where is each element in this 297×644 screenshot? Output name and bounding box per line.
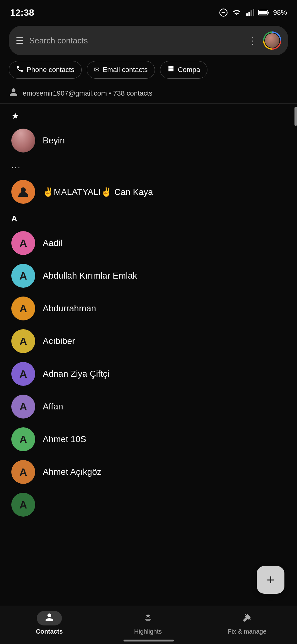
svg-rect-8 — [268, 12, 269, 14]
bottom-nav: Contacts Highlights Fix & manage — [0, 606, 297, 644]
search-placeholder: Search contacts — [29, 36, 243, 46]
contact-name-affan: Affan — [43, 402, 63, 412]
svg-rect-10 — [145, 619, 151, 620]
avatar-partial: A — [11, 493, 35, 517]
wifi-icon — [232, 8, 242, 17]
battery-icon — [258, 8, 269, 17]
company-tab-icon — [167, 65, 175, 75]
status-bar: 12:38 98% — [0, 0, 297, 23]
svg-point-9 — [21, 187, 26, 192]
status-time: 12:38 — [10, 7, 34, 18]
add-contact-fab[interactable]: + — [257, 566, 284, 594]
svg-rect-5 — [253, 9, 254, 16]
contact-row-can-kaya[interactable]: ✌MALATYALI✌ Can Kaya — [0, 175, 297, 208]
nav-highlights[interactable]: Highlights — [129, 611, 167, 635]
fix-manage-nav-label: Fix & manage — [228, 628, 267, 635]
section-header-starred: ★ — [0, 105, 297, 124]
highlights-nav-icon — [143, 613, 153, 624]
contact-name-abdullah: Abdullah Kırımlar Emlak — [43, 271, 137, 281]
phone-tab-label: Phone contacts — [27, 66, 74, 74]
contact-row-beyin[interactable]: Beyin — [0, 124, 297, 157]
signal-icon — [245, 8, 254, 17]
contact-row-partial[interactable]: A — [0, 488, 297, 521]
contact-name-can-kaya: ✌MALATYALI✌ Can Kaya — [43, 187, 153, 197]
account-email: emosemir1907@gmail.com • 738 contacts — [23, 89, 152, 97]
avatar-beyin — [11, 129, 35, 153]
avatar-adnan: A — [11, 362, 35, 386]
contacts-list: ★ Beyin ··· ✌MALATYALI✌ Can Kaya A A Aad… — [0, 105, 297, 578]
contact-name-aadil: Aadil — [43, 238, 62, 248]
nav-fix-manage[interactable]: Fix & manage — [228, 611, 267, 635]
dnd-icon — [219, 8, 228, 17]
tab-email-contacts[interactable]: ✉ Email contacts — [87, 61, 155, 79]
search-bar[interactable]: ☰ Search contacts ⋮ — [9, 26, 288, 55]
svg-rect-7 — [259, 11, 267, 14]
tab-company-contacts[interactable]: Compa — [160, 61, 207, 79]
account-info: emosemir1907@gmail.com • 738 contacts — [0, 83, 297, 104]
avatar-ahmet-acikgoz: A — [11, 460, 35, 484]
svg-rect-3 — [248, 12, 250, 16]
account-icon — [9, 87, 18, 99]
nav-contacts-icon-wrap — [37, 611, 62, 625]
contact-name-beyin: Beyin — [43, 136, 65, 146]
nav-contacts[interactable]: Contacts — [30, 611, 68, 635]
contact-row-abdullah[interactable]: A Abdullah Kırımlar Emlak — [0, 259, 297, 292]
avatar-abdullah: A — [11, 264, 35, 288]
contact-name-adnan: Adnan Ziya Çiftçi — [43, 369, 109, 379]
section-header-dots: ··· — [0, 157, 297, 175]
section-dots-icon: ··· — [11, 163, 21, 172]
contact-row-affan[interactable]: A Affan — [0, 390, 297, 423]
svg-rect-11 — [146, 620, 150, 621]
avatar-aadil: A — [11, 231, 35, 255]
contact-name-ahmet-acikgoz: Ahmet Açıkgöz — [43, 467, 102, 477]
nav-highlights-icon-wrap — [135, 611, 161, 625]
highlights-nav-label: Highlights — [134, 628, 162, 635]
contact-row-aadil[interactable]: A Aadil — [0, 227, 297, 259]
phone-tab-icon — [16, 65, 24, 75]
home-indicator — [124, 640, 174, 641]
contact-name-ahmet10s: Ahmet 10S — [43, 434, 86, 444]
menu-icon[interactable]: ☰ — [16, 36, 24, 46]
fix-manage-nav-icon — [242, 613, 252, 624]
contact-name-abdurrahman: Abdurrahman — [43, 303, 96, 314]
avatar-abdurrahman: A — [11, 297, 35, 320]
avatar-can-kaya — [11, 180, 35, 204]
svg-rect-4 — [250, 10, 252, 16]
contact-row-adnan[interactable]: A Adnan Ziya Çiftçi — [0, 358, 297, 390]
contact-row-ahmet10s[interactable]: A Ahmet 10S — [0, 423, 297, 456]
nav-fix-manage-icon-wrap — [234, 611, 260, 625]
company-tab-label: Compa — [178, 66, 200, 74]
email-tab-icon: ✉ — [94, 66, 100, 74]
tab-phone-contacts[interactable]: Phone contacts — [9, 61, 82, 79]
avatar-acibiber: A — [11, 329, 35, 353]
filter-tabs: Phone contacts ✉ Email contacts Compa — [0, 61, 297, 79]
contact-name-acibiber: Acıbiber — [43, 336, 75, 346]
svg-rect-2 — [246, 13, 248, 16]
section-letter-a: A — [11, 214, 21, 224]
scroll-indicator — [294, 107, 297, 126]
profile-avatar[interactable] — [263, 31, 281, 50]
battery-percent: 98% — [273, 8, 287, 17]
more-options-icon[interactable]: ⋮ — [248, 36, 257, 46]
email-tab-label: Email contacts — [103, 66, 148, 74]
status-icons: 98% — [219, 8, 287, 17]
section-header-a: A — [0, 208, 297, 227]
contact-row-abdurrahman[interactable]: A Abdurrahman — [0, 292, 297, 325]
avatar-ahmet10s: A — [11, 427, 35, 451]
contacts-nav-icon — [45, 613, 54, 624]
contact-row-ahmet-acikgoz[interactable]: A Ahmet Açıkgöz — [0, 456, 297, 488]
section-star-icon: ★ — [11, 111, 19, 121]
contact-row-acibiber[interactable]: A Acıbiber — [0, 325, 297, 358]
contacts-nav-label: Contacts — [36, 628, 63, 635]
avatar-affan: A — [11, 395, 35, 419]
